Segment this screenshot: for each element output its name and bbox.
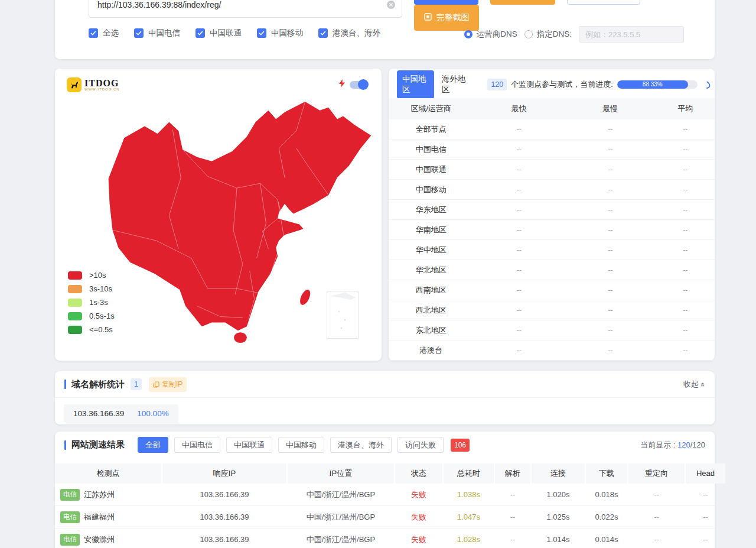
result-column-header: Head <box>686 463 725 484</box>
display-info: 当前显示 : 120/120 <box>640 440 705 450</box>
slowest-value: -- <box>565 326 656 335</box>
download-time-value: 0.014s <box>586 535 627 544</box>
resolve-time-value: -- <box>495 535 530 544</box>
average-value: -- <box>656 226 715 234</box>
copy-ip-label: 复制IP <box>162 380 183 390</box>
region-name: 全部节点 <box>389 124 474 135</box>
filter-label: 港澳台、海外 <box>338 440 384 450</box>
region-card-header: 中国地区 海外地区 120 个监测点参与测试，当前进度: 88.33% <box>397 76 710 93</box>
slowest-value: -- <box>565 246 656 254</box>
isp-checkbox[interactable]: 中国联通 <box>195 28 242 38</box>
filter-中国联通[interactable]: 中国联通 <box>226 437 272 453</box>
taiwan-island <box>298 288 312 306</box>
region-table-row: 华东地区 -- -- -- <box>389 200 715 220</box>
slowest-value: -- <box>565 226 656 234</box>
resolve-time-value: -- <box>495 490 530 499</box>
action-button-chevrons-down[interactable]: 高级选项 <box>567 0 640 5</box>
monitor-count-badge: 120 <box>487 79 507 90</box>
legend-label: 1s-3s <box>89 298 108 307</box>
filter-全部[interactable]: 全部 <box>138 437 168 453</box>
status-value: 失败 <box>395 512 442 523</box>
clear-url-icon[interactable] <box>386 0 396 9</box>
isp-checkbox[interactable]: 全选 <box>89 28 119 38</box>
region-table-row: 港澳台 -- -- -- <box>389 341 715 361</box>
screenshot-icon <box>424 13 432 22</box>
legend-swatch <box>68 285 82 293</box>
url-input[interactable] <box>89 0 402 18</box>
average-value: -- <box>656 246 715 254</box>
legend-swatch <box>68 326 82 334</box>
radio-carrier-dns[interactable]: 运营商DNS <box>464 29 517 40</box>
radio-carrier-dns-label: 运营商DNS <box>477 29 517 40</box>
copy-ip-button[interactable]: 复制IP <box>149 377 187 392</box>
region-column-header: 最慢 <box>565 103 656 114</box>
fastest-value: -- <box>474 306 565 314</box>
head-value: -- <box>686 513 725 521</box>
region-name: 华北地区 <box>389 265 474 275</box>
legend-swatch <box>68 299 82 307</box>
region-name: 东北地区 <box>389 325 474 336</box>
collapse-button[interactable]: 收起 « <box>683 379 705 390</box>
custom-dns-input[interactable] <box>579 26 684 43</box>
slowest-value: -- <box>565 286 656 294</box>
resolved-ip-entry[interactable]: 103.36.166.39 100.00% <box>64 404 178 423</box>
isp-badge: 电信 <box>60 489 80 501</box>
average-value: -- <box>656 186 715 194</box>
fastest-value: -- <box>474 186 565 194</box>
region-table-row: 西北地区 -- -- -- <box>389 300 715 320</box>
action-button-play[interactable]: 快速测试 <box>414 0 478 5</box>
region-name: 中国联通 <box>389 164 474 175</box>
radio-custom-dns[interactable]: 指定DNS: <box>524 29 572 40</box>
filter-港澳台、海外[interactable]: 港澳台、海外 <box>330 437 392 453</box>
display-current: 120 <box>677 440 690 449</box>
slowest-value: -- <box>565 346 656 355</box>
display-label: 当前显示 : <box>640 440 677 449</box>
region-name: 华中地区 <box>389 245 474 255</box>
resolve-time-value: -- <box>495 513 530 521</box>
slowest-value: -- <box>565 145 656 154</box>
tab-overseas-region[interactable]: 海外地区 <box>442 74 468 95</box>
checkbox-checked-icon <box>257 28 266 38</box>
legend-swatch <box>68 312 82 320</box>
filter-label: 中国电信 <box>182 440 213 450</box>
url-row: 快速测试 缓慢测试 高级选项 完整截图 <box>89 0 715 18</box>
redirect-value: -- <box>628 535 685 544</box>
checkbox-label: 港澳台、海外 <box>333 28 380 38</box>
redirect-value: -- <box>628 490 685 499</box>
node-name: 福建福州 <box>84 512 115 523</box>
connect-time-value: 1.014s <box>532 535 585 544</box>
dns-stats-title: 域名解析统计 <box>71 379 125 390</box>
isp-checkbox[interactable]: 港澳台、海外 <box>318 28 380 38</box>
section-accent-bar <box>64 380 66 389</box>
average-value: -- <box>656 326 715 335</box>
isp-badge: 电信 <box>60 511 80 523</box>
isp-checkbox[interactable]: 中国电信 <box>134 28 180 38</box>
itdog-dog-icon <box>67 77 82 92</box>
region-name: 西北地区 <box>389 305 474 316</box>
map-toggle-group <box>339 79 367 90</box>
map-legend: >10s 3s-10s 1s-3s 0.5s-1s <=0.5s <box>68 271 115 334</box>
isp-checkbox[interactable]: 中国移动 <box>257 28 303 38</box>
status-value: 失败 <box>395 489 442 500</box>
filter-中国电信[interactable]: 中国电信 <box>174 437 220 453</box>
tab-china-region[interactable]: 中国地区 <box>397 70 434 99</box>
legend-label: 0.5s-1s <box>89 312 115 320</box>
node-name: 江苏苏州 <box>84 489 115 500</box>
filter-访问失败[interactable]: 访问失败 <box>397 437 444 453</box>
itdog-logo[interactable]: ITDOG WWW.ITDOG.CN <box>67 77 120 92</box>
node-name: 安徽滁州 <box>84 534 115 545</box>
map-mode-toggle[interactable] <box>350 81 367 89</box>
action-button-clock[interactable]: 缓慢测试 <box>490 0 555 5</box>
hainan-island <box>234 332 247 343</box>
ip-location: 中国/浙江/温州/BGP <box>288 489 394 500</box>
filter-label: 中国移动 <box>286 440 317 450</box>
isp-badge: 电信 <box>60 534 80 546</box>
dns-count-badge: 1 <box>131 378 142 390</box>
response-ip: 103.36.166.39 <box>162 513 286 521</box>
radio-selected-icon <box>464 30 472 38</box>
progress-label: 个监测点参与测试，当前进度: <box>511 79 613 90</box>
logo-title: ITDOG <box>84 79 120 87</box>
region-table-row: 中国电信 -- -- -- <box>389 140 715 160</box>
filter-中国移动[interactable]: 中国移动 <box>278 437 324 453</box>
legend-label: <=0.5s <box>89 325 113 334</box>
